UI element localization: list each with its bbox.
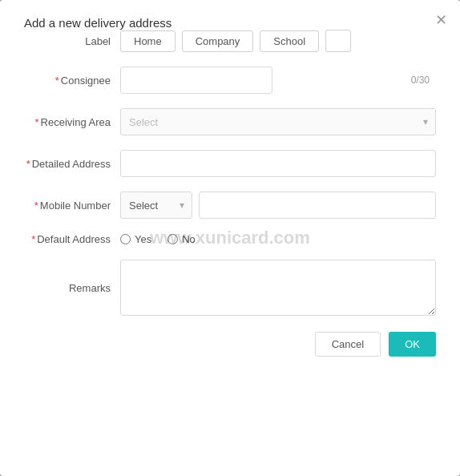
mobile-select-wrapper: Select ▾ [120,192,192,219]
radio-no[interactable] [167,234,178,244]
default-address-row: *Default Address Yes No [24,233,436,245]
mobile-number-label: *Mobile Number [24,200,120,212]
receiving-area-select-wrapper: Select ▾ [120,108,436,135]
receiving-area-label: *Receiving Area [24,116,120,128]
remarks-textarea[interactable] [120,260,436,316]
radio-yes-label[interactable]: Yes [120,233,151,245]
default-address-radio-group: Yes No [120,233,196,245]
mobile-country-select[interactable]: Select [120,192,192,219]
consignee-input-wrapper: 0/30 [120,67,436,94]
receiving-area-select[interactable]: Select [120,108,436,135]
radio-yes-text: Yes [135,233,151,245]
consignee-char-count: 0/30 [411,75,430,86]
radio-no-text: No [182,233,196,245]
required-star: * [55,75,59,87]
detailed-address-input[interactable] [120,150,436,177]
required-star-5: * [31,233,35,245]
mobile-number-input[interactable] [199,192,436,219]
receiving-area-row: *Receiving Area Select ▾ [24,108,436,135]
modal-title: Add a new delivery address [24,16,171,30]
cancel-button[interactable]: Cancel [315,332,381,357]
close-button[interactable]: ✕ [435,13,447,27]
consignee-label: *Consignee [24,75,120,87]
required-star-2: * [34,116,38,128]
label-home-button[interactable]: Home [120,30,176,52]
required-star-4: * [34,200,38,212]
ok-button[interactable]: OK [389,332,436,357]
detailed-address-label: *Detailed Address [24,158,120,170]
label-buttons-group: Home Company School [120,30,351,52]
label-field-label: Label [24,35,120,47]
remarks-label: Remarks [24,282,120,294]
consignee-row: *Consignee 0/30 [24,67,436,94]
label-company-button[interactable]: Company [182,30,254,52]
radio-yes[interactable] [120,234,131,244]
default-address-label: *Default Address [24,233,120,245]
required-star-3: * [26,158,30,170]
detailed-address-row: *Detailed Address [24,150,436,177]
mobile-number-row: *Mobile Number Select ▾ [24,192,436,219]
modal-overlay: Add a new delivery address ✕ www.xunicar… [0,0,460,476]
remarks-row: Remarks [24,260,436,316]
label-custom-box[interactable] [325,30,351,52]
consignee-input[interactable] [120,67,272,94]
label-row: Label Home Company School [24,30,436,52]
form-footer: Cancel OK [24,332,436,357]
modal-dialog: Add a new delivery address ✕ www.xunicar… [0,0,460,476]
radio-no-label[interactable]: No [167,233,196,245]
label-school-button[interactable]: School [260,30,319,52]
mobile-row-group: Select ▾ [120,192,436,219]
